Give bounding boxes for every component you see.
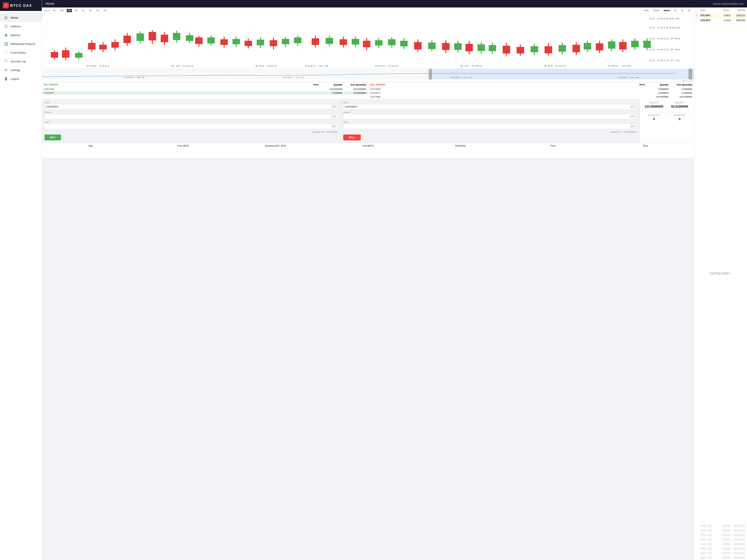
sidebar-item-settings[interactable]: ⚙ Settings — [0, 65, 42, 74]
coin-row-eth-btc[interactable]: ETH/ BTC 0.1214 2365.654 — [694, 18, 747, 23]
time-1d[interactable]: 1d — [687, 9, 692, 12]
svg-text:18:00: 18:00 — [254, 65, 277, 67]
sell-button[interactable]: SELL — [343, 135, 361, 140]
sidebar-item-fund-history[interactable]: ↔ Fund History — [0, 48, 42, 57]
svg-text:06-25: 06-25 — [608, 65, 632, 67]
svg-text:0.0080: 0.0080 — [649, 27, 680, 29]
sidebar-label-security-log: Security Log — [10, 60, 26, 63]
coin-col-header: Coin — [700, 9, 716, 11]
withdrawal-icon: 🔄 — [4, 42, 8, 46]
balance-icon: 🏦 — [4, 33, 8, 37]
buy-price-input[interactable] — [45, 104, 331, 109]
sidebar-label-balance: Balance — [10, 33, 20, 37]
buy-price-field: Price BTC — [45, 101, 338, 109]
buy-sum-header: Sum (Quantity) — [342, 83, 366, 86]
buy-amount-currency: ETC — [331, 114, 338, 119]
time-4h[interactable]: 4h — [680, 9, 685, 12]
sell-sum-1: 5.00000000 — [669, 88, 692, 90]
orders-table-body — [42, 149, 694, 158]
buy-orders-label: BUY ORDERS — [44, 83, 295, 86]
sell-price-3: 0.00730000 — [370, 96, 645, 98]
buy-amount-field: Amount ETC — [45, 111, 338, 119]
page-title: Home — [46, 2, 54, 6]
buy-price-header: Price — [295, 83, 319, 86]
orders-table: Type Price (BTC) Quantity (ETC_BTC) Tota… — [42, 143, 694, 158]
sell-amount-input[interactable] — [343, 114, 629, 119]
sidebar-label-settings: Settings — [10, 69, 20, 72]
sidebar-item-logout[interactable]: 🚪 Logout — [0, 74, 42, 83]
total-btc-label: Total BTC — [668, 101, 692, 104]
frozen-btc-col: Frozen BTC 0 — [668, 114, 692, 121]
sidebar-item-withdrawal[interactable]: 🔄 Withdrawal Request — [0, 39, 42, 48]
blurred-row-5: ████ / █████████████████ — [694, 542, 747, 546]
total-etc-label: Total ETC — [642, 101, 666, 104]
fund-history-icon: ↔ — [4, 51, 8, 54]
sell-price-input[interactable] — [343, 104, 629, 109]
zoom-24h[interactable]: 24h — [59, 9, 65, 12]
buy-sum-2: 109.68088600 — [342, 92, 366, 94]
buy-total-field: Total BTC — [45, 121, 338, 129]
coming-soon: Coming Soon... — [694, 23, 747, 524]
chart-area: Zoom 6h 24h 2d 4d 1w 2w 1m ALL 5min 15mi… — [42, 7, 694, 82]
candlestick-chart: 0.0082 0.0080 0.0078 0.0076 0.0074 06:00 — [42, 14, 694, 69]
time-2h[interactable]: 2h — [673, 9, 678, 12]
svg-text:06:00: 06:00 — [375, 65, 398, 67]
nav-items: 🏠 Home 📋 Address 🏦 Balance 🔄 Withdrawal … — [0, 11, 42, 560]
sidebar-item-security-log[interactable]: 🛡 Security Log — [0, 57, 42, 65]
blurred-row-2: ████ / █████████████████ — [694, 528, 747, 533]
svg-text:0.0076: 0.0076 — [649, 49, 680, 51]
time-15min[interactable]: 15min — [652, 9, 661, 12]
eth-btc-name: ETH/ BTC — [700, 19, 716, 22]
sell-sum-3: 150.02688644 — [669, 96, 692, 98]
zoom-6h[interactable]: 6h — [52, 9, 57, 12]
balance-frozen-row: Frozen ETC 0 Frozen BTC 0 — [642, 114, 692, 121]
zoom-2w[interactable]: 2w — [88, 9, 93, 12]
col-type: Type — [45, 144, 137, 147]
sell-qty-header: Quantity — [645, 83, 669, 86]
buy-qty-1: 109.65400000 — [319, 88, 342, 90]
total-etc-col: Total ETC 123.05600000 — [642, 101, 666, 108]
address-icon: 📋 — [4, 24, 8, 28]
time-30min[interactable]: 30min — [662, 9, 671, 12]
sell-price-field: Price BTC — [343, 101, 637, 109]
buy-orders-header: BUY ORDERS Price Quantity Sum (Quantity) — [42, 82, 368, 87]
sidebar-item-address[interactable]: 📋 Address — [0, 22, 42, 31]
svg-text:0.0078: 0.0078 — [649, 37, 680, 40]
zoom-2d[interactable]: 2d — [67, 9, 72, 12]
topbar: Home satoshi.nakamoto@btcc.com — [42, 0, 747, 7]
coin-table-header: Coin Price ↓ Volume — [694, 7, 747, 13]
svg-text:06-23: 06-23 — [450, 77, 472, 78]
settings-icon: ⚙ — [4, 68, 8, 72]
sell-total-field: Total BTC — [343, 121, 637, 129]
sidebar-item-balance[interactable]: 🏦 Balance — [0, 31, 42, 39]
sell-qty-3: 145.00000000 — [645, 96, 669, 98]
time-5min[interactable]: 5min — [643, 9, 650, 12]
sell-total-input-row: BTC — [343, 124, 637, 129]
svg-rect-114 — [433, 69, 694, 79]
logout-icon: 🚪 — [4, 77, 8, 81]
svg-text:06-22: 06-22 — [283, 77, 304, 78]
buy-button[interactable]: BUY — [45, 135, 61, 140]
sell-total-input[interactable] — [343, 124, 629, 129]
svg-text:06-24: 06-24 — [305, 65, 329, 67]
coin-row-etc-btc[interactable]: ★ ETC/ BTC 0.0072 1200.013 — [694, 13, 747, 18]
order-book: BUY ORDERS Price Quantity Sum (Quantity)… — [42, 82, 694, 99]
svg-text:0.0074: 0.0074 — [649, 59, 680, 62]
zoom-4d[interactable]: 4d — [74, 9, 79, 12]
sidebar-item-home[interactable]: 🏠 Home — [0, 13, 42, 22]
buy-amount-input[interactable] — [45, 114, 331, 119]
zoom-1w[interactable]: 1w — [80, 9, 86, 12]
highcharts-credit: Highcharts.com — [42, 79, 694, 82]
security-log-icon: 🛡 — [4, 59, 8, 63]
center-panel: Zoom 6h 24h 2d 4d 1w 2w 1m ALL 5min 15mi… — [42, 7, 694, 560]
sell-price-2: 0.00720571 — [370, 92, 645, 94]
col-time: Time — [507, 144, 599, 147]
mini-chart: 06-21 06-22 06-23 06-24 — [42, 69, 694, 79]
zoom-all[interactable]: ALL — [102, 9, 109, 12]
balance-summary: Total ETC 123.05600000 Total BTC 83.0236… — [639, 99, 694, 143]
zoom-1m[interactable]: 1m — [95, 9, 101, 12]
buy-qty-header: Quantity — [319, 83, 342, 86]
frozen-etc-label: Frozen ETC — [642, 114, 666, 116]
etc-btc-volume: 1200.013 — [730, 14, 745, 17]
buy-total-input[interactable] — [45, 124, 331, 129]
